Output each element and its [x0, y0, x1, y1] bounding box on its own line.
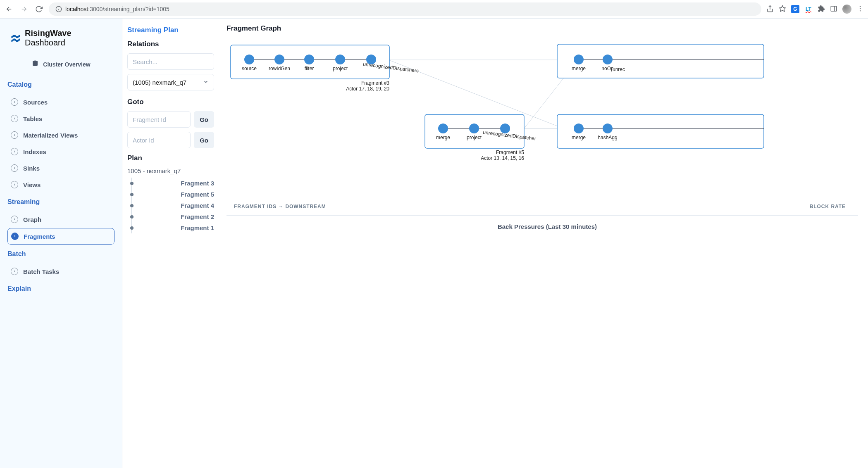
logo-icon [10, 32, 21, 45]
nav-fragments[interactable]: ›Fragments [7, 228, 114, 245]
cluster-overview-label: Cluster Overview [43, 61, 90, 68]
share-icon[interactable] [766, 5, 774, 14]
goto-heading: Goto [127, 98, 214, 106]
extensions-puzzle-icon[interactable] [818, 5, 825, 14]
search-input[interactable] [127, 53, 214, 70]
page-title: Streaming Plan [127, 26, 214, 34]
svg-text:project: project [333, 66, 348, 71]
go-actor-button[interactable]: Go [194, 132, 214, 148]
svg-point-19 [304, 55, 314, 64]
extension-lt-icon[interactable]: LT [804, 5, 813, 13]
svg-point-7 [860, 6, 861, 7]
plan-name: 1005 - nexmark_q7 [127, 167, 214, 174]
svg-rect-46 [557, 114, 764, 148]
go-fragment-button[interactable]: Go [194, 111, 214, 128]
back-pressures-label: Back Pressures (Last 30 minutes) [227, 216, 868, 238]
nav-sources-label: Sources [23, 99, 48, 106]
nav-graph[interactable]: ›Graph [7, 211, 114, 227]
relation-select-value: (1005) nexmark_q7 [133, 79, 186, 86]
fragment-id-input[interactable] [127, 111, 191, 128]
fragment-list-item[interactable]: Fragment 1 [132, 222, 214, 233]
nav-tables[interactable]: ›Tables [7, 111, 114, 126]
fragment-list-item[interactable]: Fragment 2 [132, 211, 214, 222]
section-catalog: Catalog [7, 81, 114, 88]
svg-point-31 [438, 124, 448, 133]
svg-point-8 [860, 8, 861, 9]
nav-batch-tasks-label: Batch Tasks [23, 268, 59, 275]
svg-text:hashAgg: hashAgg [598, 135, 617, 140]
svg-point-9 [860, 10, 861, 11]
fragment-graph[interactable]: source rowIdGen filter project unrecogni… [227, 37, 868, 185]
svg-text:Actor 13, 14, 15, 16: Actor 13, 14, 15, 16 [481, 155, 524, 161]
nav-batch-tasks[interactable]: ›Batch Tasks [7, 264, 114, 279]
svg-text:noOp: noOp [601, 66, 614, 71]
control-panel: Streaming Plan Relations (1005) nexmark_… [122, 19, 217, 468]
graph-heading: Fragment Graph [227, 24, 868, 33]
fragment-list: Fragment 3 Fragment 5 Fragment 4 Fragmen… [131, 178, 214, 233]
kebab-menu-icon[interactable] [856, 5, 864, 14]
svg-point-20 [335, 55, 345, 64]
svg-rect-39 [557, 44, 764, 78]
logo[interactable]: RisingWave Dashboard [7, 29, 114, 48]
forward-button[interactable] [19, 4, 29, 14]
nav-indexes-label: Indexes [23, 148, 46, 155]
back-button[interactable] [4, 4, 14, 14]
fragment-list-item[interactable]: Fragment 3 [132, 178, 214, 189]
svg-text:Fragment #5: Fragment #5 [496, 150, 524, 155]
nav-mviews[interactable]: ›Materialized Views [7, 127, 114, 143]
panel-icon[interactable] [830, 5, 837, 14]
svg-point-48 [574, 124, 584, 133]
relation-select[interactable]: (1005) nexmark_q7 [127, 74, 214, 90]
nav-indexes[interactable]: ›Indexes [7, 144, 114, 159]
logo-text: RisingWave Dashboard [25, 29, 112, 48]
svg-point-32 [469, 124, 479, 133]
svg-text:unrec: unrec [613, 67, 625, 72]
fragment-list-item[interactable]: Fragment 5 [132, 189, 214, 200]
url-text: localhost:3000/streaming_plan/?id=1005 [65, 6, 169, 12]
chrome-actions: G LT [766, 5, 864, 14]
section-explain: Explain [7, 285, 114, 292]
browser-chrome: localhost:3000/streaming_plan/?id=1005 G… [0, 0, 868, 18]
nav-fragments-label: Fragments [24, 233, 55, 240]
star-icon[interactable] [779, 5, 786, 14]
nav-sinks[interactable]: ›Sinks [7, 160, 114, 176]
nav-views[interactable]: ›Views [7, 177, 114, 192]
relations-heading: Relations [127, 40, 214, 48]
svg-text:Actor 17, 18, 19, 20: Actor 17, 18, 19, 20 [346, 86, 389, 92]
svg-text:merge: merge [436, 135, 450, 140]
svg-text:merge: merge [572, 135, 586, 140]
database-icon [31, 60, 39, 69]
nav-sinks-label: Sinks [23, 165, 40, 172]
svg-point-41 [574, 55, 584, 64]
svg-text:project: project [467, 135, 482, 140]
svg-point-42 [603, 55, 613, 64]
chevron-down-icon [203, 79, 209, 86]
svg-text:Fragment #3: Fragment #3 [361, 80, 389, 86]
nav-mviews-label: Materialized Views [23, 132, 78, 139]
svg-text:merge: merge [572, 66, 586, 71]
svg-marker-4 [780, 5, 786, 11]
nav-sources[interactable]: ›Sources [7, 94, 114, 110]
col-block-rate: BLOCK RATE [810, 204, 846, 209]
svg-rect-5 [831, 6, 837, 11]
address-bar[interactable]: localhost:3000/streaming_plan/?id=1005 [49, 2, 761, 16]
bp-table-header: FRAGMENT IDS → DOWNSTREAM BLOCK RATE [227, 198, 858, 216]
cluster-overview-link[interactable]: Cluster Overview [7, 60, 114, 69]
plan-heading: Plan [127, 154, 214, 162]
actor-id-input[interactable] [127, 132, 191, 148]
svg-text:source: source [242, 66, 257, 71]
svg-point-49 [603, 124, 613, 133]
fragment-list-item[interactable]: Fragment 4 [132, 200, 214, 211]
sidebar: RisingWave Dashboard Cluster Overview Ca… [0, 19, 122, 468]
col-fragment-ids: FRAGMENT IDS → DOWNSTREAM [234, 204, 326, 209]
svg-point-17 [244, 55, 254, 64]
reload-button[interactable] [34, 4, 44, 14]
nav-graph-label: Graph [23, 216, 41, 223]
svg-point-18 [274, 55, 284, 64]
svg-text:rowIdGen: rowIdGen [269, 66, 290, 71]
extension-icon[interactable]: G [791, 5, 799, 13]
section-streaming: Streaming [7, 198, 114, 206]
avatar-icon[interactable] [842, 5, 851, 14]
nav-tables-label: Tables [23, 115, 42, 122]
nav-views-label: Views [23, 181, 41, 188]
